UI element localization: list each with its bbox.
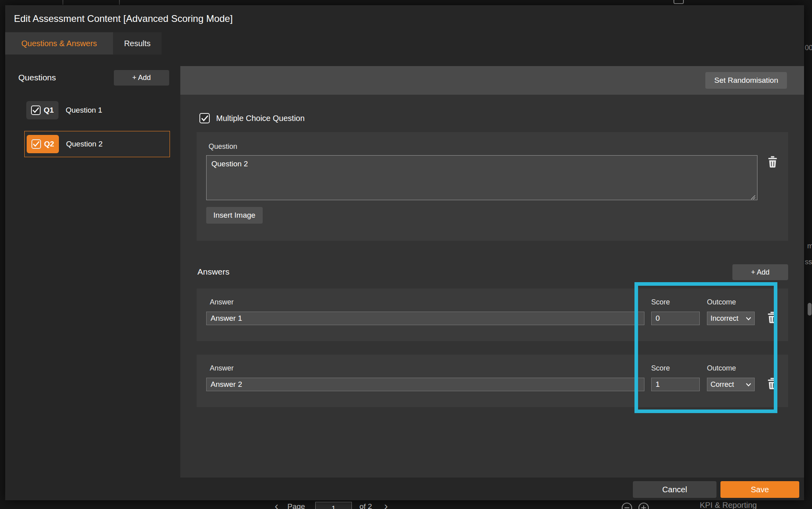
trash-icon bbox=[767, 312, 777, 324]
cancel-button[interactable]: Cancel bbox=[633, 481, 716, 498]
delete-answer-button[interactable] bbox=[767, 378, 777, 391]
pagination-of-label: of 2 bbox=[359, 502, 372, 509]
delete-answer-button[interactable] bbox=[767, 312, 777, 325]
scrollbar-thumb[interactable] bbox=[808, 303, 812, 316]
answer-column-label: Answer bbox=[210, 364, 234, 372]
edit-assessment-modal: Edit Assessment Content [Advanced Scorin… bbox=[5, 5, 804, 500]
plus-circle-icon[interactable] bbox=[638, 502, 650, 509]
add-answer-button[interactable]: + Add bbox=[732, 264, 788, 280]
background-fragment-line bbox=[62, 0, 63, 5]
insert-image-button[interactable]: Insert Image bbox=[206, 207, 263, 224]
image-icon bbox=[673, 0, 684, 4]
chevron-left-icon[interactable]: ‹ bbox=[275, 501, 278, 509]
background-fragment-text: m bbox=[807, 242, 812, 250]
tab-bar: Questions & Answers Results bbox=[5, 32, 804, 55]
score-input[interactable] bbox=[651, 312, 700, 325]
multiple-choice-checkbox[interactable] bbox=[199, 113, 210, 123]
question-item-q1[interactable]: Q1 Question 1 bbox=[24, 98, 170, 122]
chevron-down-icon bbox=[746, 383, 751, 386]
modal-title: Edit Assessment Content [Advanced Scorin… bbox=[14, 5, 233, 32]
score-input[interactable] bbox=[651, 378, 700, 391]
check-icon bbox=[201, 115, 208, 121]
question-badge-label: Q2 bbox=[44, 140, 54, 148]
outcome-selected-value: Incorrect bbox=[710, 314, 738, 323]
check-icon bbox=[33, 107, 39, 113]
question-checkbox[interactable] bbox=[31, 139, 41, 149]
editor-toolbar: Set Randomisation bbox=[180, 66, 804, 95]
question-item-label: Question 2 bbox=[66, 140, 103, 148]
chevron-right-icon[interactable]: › bbox=[384, 501, 388, 509]
answers-heading: Answers bbox=[197, 267, 230, 277]
question-item-label: Question 1 bbox=[66, 106, 102, 115]
answer-row: Answer Score Outcome Incorrect bbox=[197, 289, 788, 341]
outcome-selected-value: Correct bbox=[710, 380, 734, 389]
screen: 00 m ss ‹ Page of 2 › KPI & Reporting Ed… bbox=[0, 0, 812, 509]
question-field-label: Question bbox=[209, 142, 237, 151]
pagination-page-label: Page bbox=[287, 502, 305, 509]
multiple-choice-label: Multiple Choice Question bbox=[216, 114, 304, 123]
background-fragment-text: 00 bbox=[805, 44, 812, 52]
answer-text-input[interactable] bbox=[206, 378, 644, 391]
question-badge-label: Q1 bbox=[44, 106, 54, 115]
question-item-q2[interactable]: Q2 Question 2 bbox=[24, 131, 170, 157]
outcome-select[interactable]: Correct bbox=[707, 378, 755, 391]
kpi-reporting-link[interactable]: KPI & Reporting bbox=[700, 501, 757, 509]
score-column-label: Score bbox=[651, 364, 670, 372]
check-icon bbox=[33, 141, 39, 147]
question-editor-panel: Set Randomisation Multiple Choice Questi… bbox=[180, 66, 804, 478]
answer-row: Answer Score Outcome Correct bbox=[197, 355, 788, 407]
add-question-button[interactable]: + Add bbox=[114, 70, 169, 86]
background-fragment-text: ss bbox=[805, 258, 812, 266]
question-card: Question Question 2 Insert Image bbox=[197, 132, 788, 241]
answer-column-label: Answer bbox=[210, 298, 234, 306]
answer-text-input[interactable] bbox=[206, 312, 644, 325]
minus-circle-icon[interactable] bbox=[621, 502, 633, 509]
outcome-select[interactable]: Incorrect bbox=[707, 312, 755, 325]
question-badge: Q2 bbox=[27, 135, 59, 153]
chevron-down-icon bbox=[746, 317, 751, 320]
save-button[interactable]: Save bbox=[720, 481, 799, 498]
trash-icon bbox=[767, 378, 777, 390]
question-type-row: Multiple Choice Question bbox=[199, 113, 304, 123]
outcome-column-label: Outcome bbox=[707, 364, 736, 372]
tab-results[interactable]: Results bbox=[113, 32, 162, 55]
score-column-label: Score bbox=[651, 298, 670, 306]
questions-heading: Questions bbox=[18, 73, 56, 82]
question-text-input[interactable]: Question 2 bbox=[206, 155, 757, 200]
tab-questions-answers[interactable]: Questions & Answers bbox=[5, 32, 113, 55]
trash-icon bbox=[767, 156, 778, 168]
background-fragment-line bbox=[119, 0, 120, 5]
outcome-column-label: Outcome bbox=[707, 298, 736, 306]
pagination-page-input[interactable] bbox=[315, 502, 352, 509]
question-checkbox[interactable] bbox=[31, 105, 41, 115]
delete-question-button[interactable] bbox=[767, 156, 778, 169]
question-badge: Q1 bbox=[26, 101, 59, 119]
set-randomisation-button[interactable]: Set Randomisation bbox=[705, 72, 787, 89]
